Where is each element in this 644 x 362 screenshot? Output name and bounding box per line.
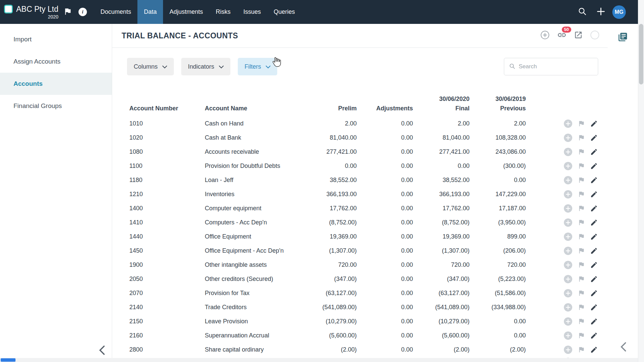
add-row-button[interactable] (564, 303, 573, 312)
edit-row-button[interactable] (590, 120, 598, 128)
flag-row-button[interactable] (578, 261, 585, 268)
header-final[interactable]: 30/06/2020 Final (413, 94, 470, 113)
nav-risks[interactable]: Risks (209, 0, 237, 24)
flag-row-button[interactable] (578, 219, 585, 226)
flag-row-button[interactable] (578, 176, 585, 184)
table-row[interactable]: 1400 Computer equipment 17,762.00 0.00 1… (129, 201, 599, 215)
edit-row-button[interactable] (590, 303, 598, 311)
nav-issues[interactable]: Issues (237, 0, 267, 24)
edit-row-button[interactable] (590, 275, 598, 283)
table-row[interactable]: 1900 Other intangible assets 720.00 0.00… (129, 258, 599, 272)
table-row[interactable]: 2070 Provision for Tax (63,127.00) 0.00 … (129, 286, 599, 300)
global-add-button[interactable] (593, 6, 608, 18)
nav-documents[interactable]: Documents (94, 0, 137, 24)
flag-row-button[interactable] (578, 318, 585, 325)
edit-row-button[interactable] (590, 346, 598, 354)
table-row[interactable]: 2800 Share capital ordinary (2.00) 0.00 … (129, 342, 599, 357)
flag-row-button[interactable] (578, 134, 585, 141)
add-row-button[interactable] (564, 119, 573, 128)
flag-row-button[interactable] (578, 148, 585, 155)
flag-row-button[interactable] (578, 233, 585, 240)
header-prelim[interactable]: Prelim (287, 104, 357, 113)
header-previous[interactable]: 30/06/2019 Previous (470, 94, 526, 113)
info-button[interactable]: i (75, 0, 90, 24)
add-row-button[interactable] (564, 190, 573, 199)
add-row-button[interactable] (564, 232, 573, 241)
edit-row-button[interactable] (590, 176, 598, 184)
table-row[interactable]: 1450 Office Equipment - Acc Dep'n (1,307… (129, 244, 599, 258)
right-panel-expand-button[interactable] (620, 342, 626, 353)
add-row-button[interactable] (564, 161, 573, 171)
nav-queries[interactable]: Queries (267, 0, 301, 24)
nav-data[interactable]: Data (137, 0, 163, 24)
edit-row-button[interactable] (590, 134, 598, 142)
edit-row-button[interactable] (590, 219, 598, 226)
flag-row-button[interactable] (578, 120, 585, 127)
table-row[interactable]: 1180 Loan - Jeff 38,552.00 0.00 38,552.0… (129, 173, 599, 187)
add-row-button[interactable] (564, 176, 573, 185)
add-row-button[interactable] (564, 317, 573, 326)
edit-row-button[interactable] (590, 162, 598, 170)
add-account-button[interactable] (540, 30, 550, 41)
add-row-button[interactable] (564, 204, 573, 213)
flag-row-button[interactable] (578, 346, 585, 353)
add-row-button[interactable] (564, 246, 573, 255)
company-brand[interactable]: ABC Pty Ltd 2020 (0, 0, 60, 24)
columns-button[interactable]: Columns (127, 58, 174, 75)
global-search-button[interactable] (575, 7, 589, 17)
sidebar-collapse-button[interactable] (99, 345, 105, 357)
edit-row-button[interactable] (590, 148, 598, 156)
sidebar-item-assign-accounts[interactable]: Assign Accounts (0, 50, 112, 73)
add-row-button[interactable] (564, 260, 573, 269)
add-row-button[interactable] (564, 331, 573, 340)
edit-row-button[interactable] (590, 233, 598, 241)
table-row[interactable]: 2140 Trade Creditors (541,089.00) 0.00 (… (129, 300, 599, 314)
add-row-button[interactable] (564, 275, 573, 284)
add-row-button[interactable] (564, 289, 573, 298)
edit-row-button[interactable] (590, 205, 598, 212)
horizontal-scrollbar-thumb[interactable] (1, 358, 15, 362)
add-row-button[interactable] (564, 133, 573, 142)
table-row[interactable]: 1010 Cash on Hand 2.00 0.00 2.00 2.00 (129, 116, 599, 131)
table-row[interactable]: 1080 Accounts receivable 277,421.00 0.00… (129, 145, 599, 159)
open-external-button[interactable] (574, 31, 583, 41)
refresh-button-disabled[interactable] (590, 30, 600, 41)
table-row[interactable]: 1210 Inventories 366,193.00 0.00 366,193… (129, 187, 599, 201)
flag-row-button[interactable] (578, 190, 585, 198)
flag-row-button[interactable] (578, 303, 585, 311)
table-row[interactable]: 1100 Provision for Doubtful Debts 0.00 0… (129, 159, 599, 173)
table-row[interactable]: 2050 Other creditors (Secured) (347.00) … (129, 272, 599, 286)
add-row-button[interactable] (564, 218, 573, 227)
add-row-button[interactable] (564, 147, 573, 156)
edit-row-button[interactable] (590, 318, 598, 325)
header-adjustments[interactable]: Adjustments (357, 104, 413, 113)
edit-row-button[interactable] (590, 289, 598, 297)
avatar[interactable]: MG (612, 5, 626, 19)
add-row-button[interactable] (564, 345, 573, 354)
workpapers-panel-button[interactable] (618, 32, 628, 43)
table-row[interactable]: 1440 Office Equipment 19,369.00 0.00 19,… (129, 229, 599, 244)
links-button[interactable]: 50 (557, 30, 567, 41)
nav-adjustments[interactable]: Adjustments (163, 0, 209, 24)
sidebar-item-accounts[interactable]: Accounts (0, 73, 112, 95)
edit-row-button[interactable] (590, 190, 598, 198)
edit-row-button[interactable] (590, 261, 598, 269)
flag-row-button[interactable] (578, 289, 585, 297)
flag-row-button[interactable] (578, 332, 585, 339)
header-account-name[interactable]: Account Name (205, 104, 287, 113)
header-account-number[interactable]: Account Number (129, 104, 205, 113)
table-row[interactable]: 2150 Leave Provision (10,279.00) 0.00 (1… (129, 314, 599, 328)
flag-button[interactable] (60, 0, 75, 24)
edit-row-button[interactable] (590, 332, 598, 339)
table-row[interactable]: 1020 Cash at Bank 81,040.00 0.00 81,040.… (129, 131, 599, 145)
table-row[interactable]: 1410 Computers - Acc Dep'n (8,752.00) 0.… (129, 215, 599, 229)
vertical-scrollbar[interactable] (638, 0, 644, 362)
indicators-button[interactable]: Indicators (181, 58, 230, 75)
search-input[interactable] (519, 63, 593, 70)
sidebar-item-import[interactable]: Import (0, 28, 112, 50)
filters-button[interactable]: Filters (238, 58, 277, 75)
horizontal-scrollbar[interactable] (0, 358, 638, 362)
flag-row-button[interactable] (578, 275, 585, 283)
edit-row-button[interactable] (590, 247, 598, 255)
flag-row-button[interactable] (578, 205, 585, 212)
